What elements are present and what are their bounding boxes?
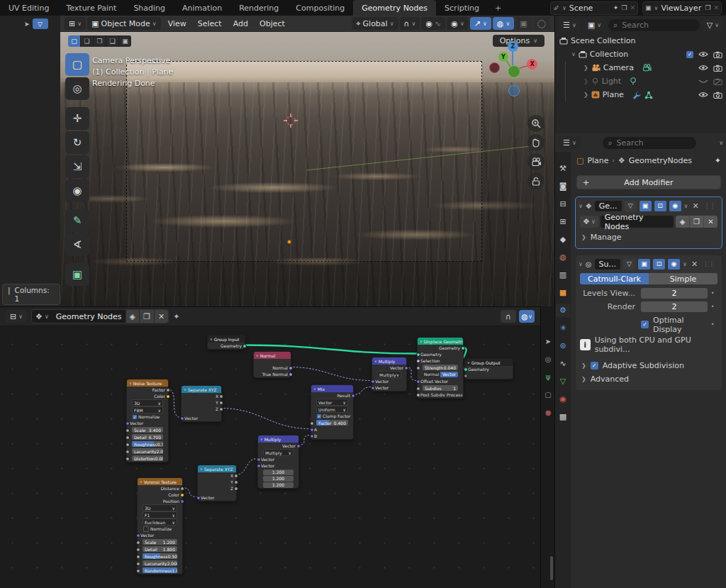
pin-icon[interactable]: ✦ bbox=[715, 156, 721, 165]
node-voronoi-texture[interactable]: ∨Voronoi TextureDistanceColorPosition3D∨… bbox=[137, 477, 183, 575]
socket-output[interactable] bbox=[234, 480, 238, 484]
menu-object[interactable]: Object bbox=[254, 19, 291, 28]
socket-input[interactable] bbox=[310, 421, 314, 426]
socket-input[interactable] bbox=[136, 548, 140, 552]
scale-tool[interactable]: ⇲ bbox=[65, 155, 89, 178]
animate-dot[interactable]: • bbox=[708, 290, 717, 296]
cursor-tool[interactable]: ◎ bbox=[65, 77, 89, 100]
socket-input[interactable] bbox=[136, 540, 140, 545]
node-row[interactable]: Roughness0.500 bbox=[138, 553, 182, 560]
socket-input[interactable] bbox=[136, 562, 140, 566]
node-row[interactable]: Factor0.400 bbox=[311, 419, 353, 426]
expand-icon[interactable]: ❯ bbox=[583, 65, 588, 71]
workspace-tab-geometry-nodes[interactable]: Geometry Nodes bbox=[353, 0, 436, 16]
properties-tab-scene[interactable]: ◆ bbox=[556, 233, 570, 246]
options-chevron[interactable]: ∨ bbox=[719, 140, 723, 146]
toggle-normal[interactable]: Normal bbox=[423, 372, 440, 377]
socket-input[interactable] bbox=[125, 428, 130, 433]
unlink-button[interactable]: ✕ bbox=[704, 216, 717, 228]
node-row[interactable]: Vector bbox=[258, 456, 298, 462]
node-row[interactable]: Vector bbox=[372, 365, 406, 371]
filter-toggle-button[interactable]: ▽ bbox=[33, 18, 48, 29]
gizmos-dropdown[interactable]: ↗∨ bbox=[470, 17, 491, 30]
rotate-tool[interactable]: ↻ bbox=[65, 131, 89, 154]
toggle-vector[interactable]: Vector bbox=[440, 372, 458, 377]
node-displace-geometry[interactable]: ∨Displace GeometryGeometryGeometrySelect… bbox=[417, 337, 464, 399]
node-row[interactable]: Vector∨ bbox=[311, 399, 353, 406]
overlays-dropdown[interactable]: ◍∨ bbox=[493, 17, 514, 30]
breadcrumb-object[interactable]: Plane bbox=[587, 156, 608, 165]
node-enum-multiply[interactable]: Multiply∨ bbox=[377, 371, 401, 378]
collapse-icon[interactable]: ∨ bbox=[571, 51, 576, 57]
outliner-row-light[interactable]: ❯Light bbox=[555, 74, 726, 88]
properties-tab-output[interactable]: ⊟ bbox=[556, 197, 570, 211]
node-toggle[interactable]: NormalVector bbox=[423, 372, 458, 377]
properties-tab-render[interactable]: ◙ bbox=[556, 179, 570, 193]
geometry-node-editor[interactable]: ∨Group InputGeometry∨NormalNormalTrue No… bbox=[0, 306, 540, 588]
workspace-tab-texture-paint[interactable]: Texture Paint bbox=[57, 0, 125, 16]
node-enum-multiply[interactable]: Multiply∨ bbox=[263, 449, 294, 456]
node-row[interactable]: Z bbox=[198, 485, 236, 492]
socket-input[interactable] bbox=[464, 374, 468, 378]
node-row[interactable]: FBM∨ bbox=[127, 406, 168, 414]
node-tree-selector[interactable]: ❖∨ Geometry Nodes ◈ ❐ ✕ bbox=[31, 309, 169, 323]
node-row[interactable]: Lacunarity2.000 bbox=[138, 560, 182, 567]
properties-tab-tool[interactable]: ⚒ bbox=[556, 162, 570, 175]
pan-hand-button[interactable] bbox=[527, 134, 544, 151]
socket-output[interactable] bbox=[404, 366, 408, 370]
properties-tab-modifiers[interactable]: ⚙ bbox=[556, 304, 570, 317]
subdiv-type-simple[interactable]: Simple bbox=[649, 273, 717, 284]
node-enum-fbm[interactable]: FBM∨ bbox=[132, 406, 163, 414]
node-row[interactable]: 1.200 bbox=[258, 482, 298, 488]
node-row[interactable]: Result bbox=[311, 392, 353, 399]
node-header[interactable]: ∨Displace Geometry bbox=[418, 338, 463, 345]
node-row[interactable]: Geometry bbox=[465, 366, 513, 372]
eye-closed-toggle[interactable] bbox=[698, 78, 708, 84]
node-row[interactable]: Scale3.400 bbox=[127, 426, 168, 433]
scene-selector[interactable]: 🜚 ∨ Scene ✦ ❐ ✕ bbox=[550, 1, 638, 15]
node-group-output[interactable]: ∨Group OutputGeometry bbox=[464, 358, 513, 379]
node-enum-vector[interactable]: Vector∨ bbox=[316, 399, 348, 406]
node-row[interactable]: Randomness1.000 bbox=[138, 567, 182, 574]
menu-select[interactable]: Select bbox=[192, 19, 228, 28]
node-header[interactable]: ∨Multiply bbox=[372, 357, 406, 365]
collapse-icon[interactable]: ∨ bbox=[200, 467, 203, 471]
socket-input[interactable] bbox=[125, 436, 130, 440]
socket-output[interactable] bbox=[219, 407, 223, 411]
socket-input[interactable] bbox=[464, 367, 468, 372]
menu-add[interactable]: Add bbox=[228, 19, 254, 28]
node-field-roughness[interactable]: Roughness0.500 bbox=[143, 553, 177, 559]
collapse-icon[interactable]: ∨ bbox=[313, 387, 316, 391]
node-row[interactable]: Z bbox=[182, 406, 221, 412]
collapse-icon[interactable]: ∨ bbox=[579, 203, 583, 209]
node-row[interactable]: 3D∨ bbox=[138, 504, 182, 511]
extras-dropdown[interactable]: ∨ bbox=[684, 203, 688, 209]
node-vector-component[interactable]: 1.200 bbox=[263, 482, 294, 488]
cursor-tool[interactable]: ◎ bbox=[545, 355, 552, 363]
display-mode-dropdown[interactable]: ☰∨ bbox=[559, 18, 581, 31]
field-link[interactable] bbox=[220, 409, 311, 429]
socket-input[interactable] bbox=[310, 428, 314, 432]
select-mode-0[interactable]: ▢ bbox=[68, 35, 81, 47]
socket-output[interactable] bbox=[296, 444, 301, 448]
xray-toggle[interactable]: ▣ bbox=[515, 17, 531, 30]
collapse-icon[interactable]: ∨ bbox=[467, 360, 470, 365]
socket-output[interactable] bbox=[219, 394, 223, 399]
node-row[interactable]: Post Subdiv Process bbox=[418, 392, 463, 398]
orientation-dropdown[interactable]: ⌖Global∨ bbox=[352, 17, 398, 30]
outliner-row-collection[interactable]: ∨Collection✓ bbox=[555, 48, 726, 61]
adaptive-checkbox[interactable]: ✓ bbox=[591, 362, 598, 370]
socket-output[interactable] bbox=[461, 346, 465, 350]
node-row[interactable]: Vector bbox=[138, 532, 182, 538]
node-separate-xyz[interactable]: ∨Separate XYZXYZVector bbox=[181, 385, 222, 422]
field-link[interactable] bbox=[298, 436, 311, 445]
socket-output[interactable] bbox=[289, 366, 293, 370]
node-enum-f1[interactable]: F1∨ bbox=[143, 511, 177, 518]
socket-input[interactable] bbox=[416, 379, 420, 384]
camera-data-icon[interactable] bbox=[642, 64, 652, 72]
wrench-icon[interactable] bbox=[632, 91, 641, 99]
socket-output[interactable] bbox=[180, 499, 184, 504]
subdiv-type-catmull-clark[interactable]: Catmull-Clark bbox=[580, 273, 649, 284]
nodes-icon[interactable] bbox=[644, 91, 653, 99]
add-workspace-button[interactable]: + bbox=[488, 0, 508, 16]
